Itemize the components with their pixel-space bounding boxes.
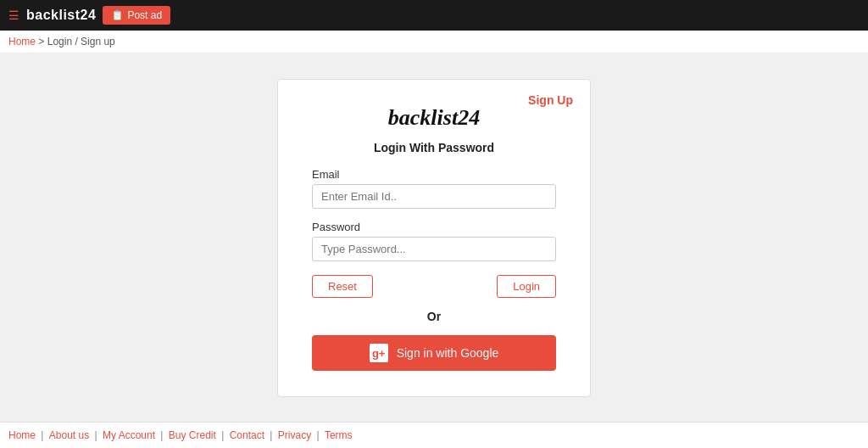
signup-link[interactable]: Sign Up <box>528 93 573 107</box>
breadcrumb-current: Login / Sign up <box>47 36 115 48</box>
password-label: Password <box>312 221 556 233</box>
google-signin-label: Sign in with Google <box>397 346 499 360</box>
breadcrumb-separator: > <box>38 36 47 48</box>
or-divider: Or <box>312 310 556 323</box>
login-card: Sign Up backlist24 Login With Password E… <box>277 79 591 397</box>
footer: Home | About us | My Account | Buy Credi… <box>0 422 868 448</box>
google-signin-button[interactable]: g+ Sign in with Google <box>312 335 556 371</box>
password-input[interactable] <box>312 237 556 261</box>
footer-about-link[interactable]: About us <box>49 429 89 441</box>
email-input[interactable] <box>312 184 556 209</box>
card-title: Login With Password <box>312 141 556 154</box>
menu-icon[interactable]: ☰ <box>8 8 19 22</box>
google-icon: g+ <box>370 344 388 362</box>
card-logo: backlist24 <box>312 105 556 131</box>
breadcrumb: Home > Login / Sign up <box>0 31 868 53</box>
footer-contact-link[interactable]: Contact <box>230 429 264 441</box>
action-buttons: Reset Login <box>312 275 556 298</box>
header: ☰ backlist24 📋 Post ad <box>0 0 868 31</box>
site-logo: backlist24 <box>26 8 96 23</box>
breadcrumb-home-link[interactable]: Home <box>8 36 36 48</box>
password-group: Password <box>312 221 556 261</box>
footer-credit-link[interactable]: Buy Credit <box>169 429 216 441</box>
email-label: Email <box>312 168 556 181</box>
footer-privacy-link[interactable]: Privacy <box>278 429 311 441</box>
footer-terms-link[interactable]: Terms <box>325 429 353 441</box>
reset-button[interactable]: Reset <box>312 275 373 298</box>
footer-account-link[interactable]: My Account <box>103 429 155 441</box>
main-content: Sign Up backlist24 Login With Password E… <box>0 53 868 422</box>
post-ad-button[interactable]: 📋 Post ad <box>103 6 170 25</box>
footer-home-link[interactable]: Home <box>8 429 36 441</box>
post-ad-icon: 📋 <box>111 9 124 21</box>
email-group: Email <box>312 168 556 209</box>
login-button[interactable]: Login <box>497 275 556 298</box>
